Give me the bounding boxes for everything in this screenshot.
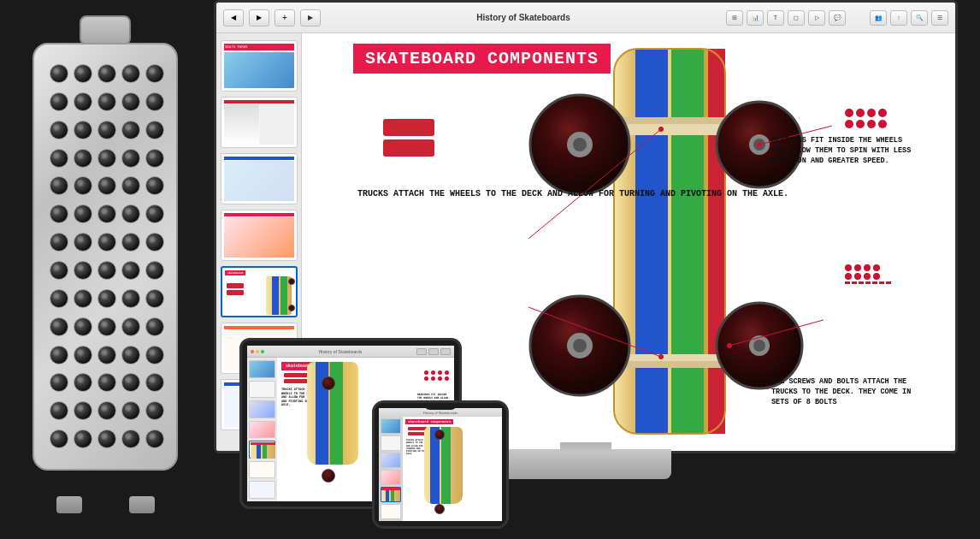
grater-hole-39 xyxy=(145,261,164,280)
grater-hole-8 xyxy=(121,92,140,111)
slide-thumb-2[interactable] xyxy=(221,97,298,148)
iphone-wheel-top xyxy=(434,429,445,440)
mac-pro-handle xyxy=(80,15,131,45)
iphone-content: skateboard components TRUCKS ATTACH THE … xyxy=(379,417,502,521)
iphone-notch xyxy=(423,403,458,410)
ipad-thumb-7[interactable] xyxy=(249,481,275,499)
ipad-slide-panel[interactable] xyxy=(247,358,277,501)
toolbar-icon-text[interactable]: T xyxy=(767,10,784,26)
grater-hole-30 xyxy=(50,233,68,252)
iphone-thumb-3[interactable] xyxy=(381,453,401,468)
bearing-dot-8 xyxy=(878,120,887,128)
ipad-wheel-top xyxy=(322,376,335,390)
bearing-dot-4 xyxy=(878,109,887,117)
grater-hole-40 xyxy=(50,289,68,308)
toolbar-btn-forward[interactable]: ▶ xyxy=(249,9,269,27)
toolbar-btn-back[interactable]: ◀ xyxy=(223,9,244,27)
grater-hole-5 xyxy=(50,92,68,111)
grater-hole-65 xyxy=(50,429,68,448)
grater-hole-50 xyxy=(50,346,68,364)
grater-hole-53 xyxy=(121,346,140,364)
iphone-thumb-6[interactable] xyxy=(381,504,401,519)
toolbar-icon-document[interactable]: ☰ xyxy=(931,10,948,26)
grater-hole-15 xyxy=(50,149,68,168)
toolbar-icon-zoom[interactable]: 🔍 xyxy=(911,10,928,26)
grater-hole-54 xyxy=(145,346,164,364)
toolbar-icon-shape[interactable]: ◻ xyxy=(788,10,805,26)
ipad-dot-yellow xyxy=(256,350,259,353)
grater-hole-3 xyxy=(121,64,140,83)
toolbar-icon-media[interactable]: ▷ xyxy=(808,10,825,26)
grater-hole-27 xyxy=(97,204,116,223)
ipad-thumb-1[interactable] xyxy=(249,360,275,378)
svg-rect-1 xyxy=(635,49,668,434)
ipad-truck-icon-bottom xyxy=(284,379,310,383)
grater-hole-0 xyxy=(50,64,68,83)
toolbar-icon-comment[interactable]: 💬 xyxy=(829,10,846,26)
iphone-screen: History of Skateboards xyxy=(379,408,502,521)
ipad-wheel-bottom xyxy=(322,469,335,483)
grater-hole-45 xyxy=(50,317,68,336)
toolbar-icons: ⊞ 📊 T ◻ ▷ 💬 👥 ↑ 🔍 ☰ xyxy=(726,10,948,26)
slide-thumb-1[interactable]: SKATE PARKS xyxy=(221,40,298,92)
toolbar-icon-table[interactable]: ⊞ xyxy=(726,10,743,26)
ipad-thumb-2[interactable] xyxy=(249,381,275,399)
grater-hole-42 xyxy=(97,289,116,308)
slide-thumb-5[interactable]: skateboard xyxy=(221,266,298,317)
ipad-toolbar-btn-2[interactable] xyxy=(428,348,439,355)
monitor-stand xyxy=(500,449,671,479)
toolbar-icon-share[interactable]: ↑ xyxy=(890,10,907,26)
screw-dot-1 xyxy=(845,264,852,271)
keynote-toolbar: ◀ ▶ + ▶ History of Skateboards ⊞ 📊 T ◻ ▷… xyxy=(216,3,955,33)
screw-dot-3 xyxy=(864,264,871,271)
toolbar-btn-add[interactable]: + xyxy=(275,9,295,27)
grater-hole-44 xyxy=(145,289,164,308)
ipad-toolbar-dots xyxy=(251,350,264,353)
slide-thumb-3[interactable] xyxy=(221,153,298,204)
toolbar-icon-chart[interactable]: 📊 xyxy=(747,10,764,26)
svg-point-22 xyxy=(658,127,664,132)
mac-pro-foot-right xyxy=(129,496,155,513)
toolbar-icon-collaborate[interactable]: 👥 xyxy=(870,10,887,26)
grater-hole-22 xyxy=(97,176,116,195)
grater-hole-43 xyxy=(121,289,140,308)
iphone-thumb-1[interactable] xyxy=(381,418,401,434)
slide-thumb-4[interactable] xyxy=(221,210,298,261)
grater-hole-20 xyxy=(50,176,68,195)
iphone-thumb-2[interactable] xyxy=(381,435,401,451)
grater-hole-12 xyxy=(97,121,116,139)
grater-hole-61 xyxy=(74,401,92,420)
toolbar-title: History of Skateboards xyxy=(326,13,721,22)
ipad-toolbar-btn-3[interactable] xyxy=(440,348,451,355)
grater-hole-38 xyxy=(121,261,140,280)
bearings-annotation-text: BEARINGS FIT INSIDE THE WHEELS AND ALLOW… xyxy=(771,136,917,167)
iphone-thumb-5[interactable] xyxy=(381,487,401,502)
grater-hole-21 xyxy=(74,176,92,195)
grater-hole-63 xyxy=(121,401,140,420)
svg-point-17 xyxy=(573,339,587,352)
toolbar-btn-play[interactable]: ▶ xyxy=(300,9,321,27)
ipad-truck-icon-top xyxy=(284,373,310,377)
grater-hole-32 xyxy=(97,233,116,252)
grater-hole-47 xyxy=(97,317,116,336)
grater-hole-41 xyxy=(74,289,92,308)
iphone-slide-panel[interactable] xyxy=(379,417,403,521)
grater-hole-35 xyxy=(50,261,68,280)
grater-hole-46 xyxy=(74,317,92,336)
ipad-thumb-5[interactable] xyxy=(249,441,275,459)
truck-shape-top xyxy=(383,119,434,136)
ipad-thumb-4[interactable] xyxy=(249,421,275,439)
grater-hole-28 xyxy=(121,204,140,223)
grater-hole-58 xyxy=(121,373,140,392)
mac-pro-feet xyxy=(15,475,195,513)
grater-hole-11 xyxy=(74,121,92,139)
bearing-dot-1 xyxy=(845,109,853,117)
ipad-toolbar: History of Skateboards xyxy=(247,346,454,358)
iphone-thumb-4[interactable] xyxy=(381,470,401,485)
ipad-toolbar-btn-1[interactable] xyxy=(416,348,427,355)
bearings-icon xyxy=(845,109,887,128)
ipad-thumb-6[interactable] xyxy=(249,461,275,479)
ipad-thumb-3[interactable] xyxy=(249,400,275,418)
grater-hole-18 xyxy=(121,149,140,168)
svg-point-11 xyxy=(573,138,587,151)
